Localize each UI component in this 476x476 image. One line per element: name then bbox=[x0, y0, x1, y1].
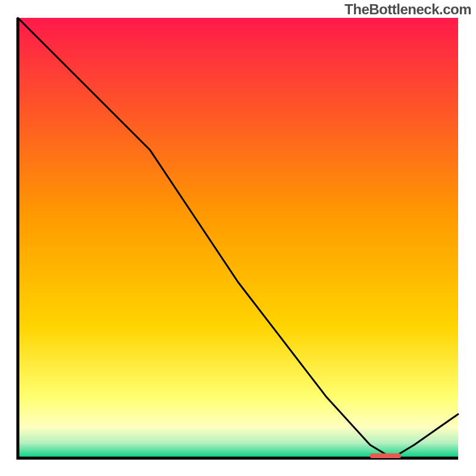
bottleneck-chart bbox=[0, 0, 476, 476]
optimal-range-marker bbox=[370, 453, 401, 458]
chart-stage: TheBottleneck.com bbox=[0, 0, 476, 476]
